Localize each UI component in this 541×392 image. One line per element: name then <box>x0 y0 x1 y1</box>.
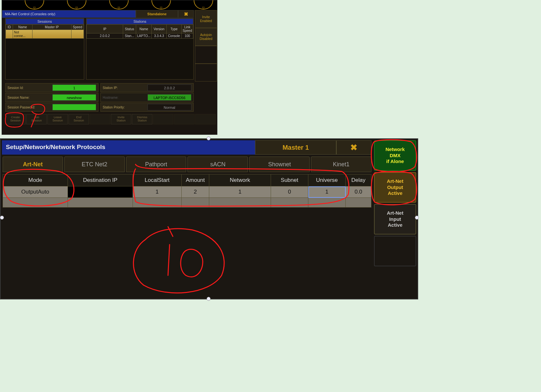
artnet-input-active-button[interactable]: Art-Net Input Active <box>374 204 416 234</box>
encoder-bar <box>2 0 217 10</box>
station-ip-label: Station IP: <box>103 86 148 90</box>
col-link-speed[interactable]: Link Speed <box>182 25 193 33</box>
sessions-table[interactable]: ID Name Master IP Speed Not conne... <box>6 24 84 79</box>
cell-localstart[interactable]: 1 <box>133 186 182 198</box>
stations-table[interactable]: IP Status Name Version Type Link Speed 2… <box>86 24 193 79</box>
encoder-knob[interactable] <box>109 0 129 9</box>
priority-label: Station Priority: <box>103 106 148 109</box>
col-amount[interactable]: Amount <box>182 174 209 186</box>
station-row[interactable]: 2.0.0.2 Stan... LAPTO... 3.3.4.3 Console… <box>87 33 193 39</box>
session-button-bar: Create Session Join Session Leave Sessio… <box>5 114 216 124</box>
encoder-knob[interactable] <box>151 0 171 9</box>
side-button-column: Invite Enabled Autojoin Disabled <box>195 10 217 82</box>
blank-button <box>153 114 174 124</box>
autojoin-disabled-button[interactable]: Autojoin Disabled <box>195 28 217 46</box>
session-id-row: Session Id: 1 <box>5 83 98 92</box>
col-version[interactable]: Version <box>152 25 167 33</box>
dismiss-station-button[interactable]: Dismiss Station <box>132 114 152 124</box>
session-pwd-row: Session Password: <box>5 103 98 112</box>
cell-amount[interactable]: 2 <box>182 186 209 198</box>
empty-row[interactable] <box>3 198 371 208</box>
blank-button <box>195 114 216 124</box>
cell-universe[interactable]: 1 <box>308 186 346 198</box>
session-row[interactable]: Not conne... <box>6 30 84 39</box>
priority-row: Station Priority: Normal <box>100 103 194 112</box>
col-dest-ip[interactable]: Destination IP <box>68 174 133 186</box>
leave-session-button[interactable]: Leave Session <box>47 114 68 124</box>
tab-sacn[interactable]: sACN <box>187 157 248 172</box>
close-icon[interactable]: ✖ <box>336 140 371 155</box>
col-name[interactable]: Name <box>13 25 32 30</box>
join-session-button[interactable]: Join Session <box>26 114 47 124</box>
sessions-header: Sessions <box>6 19 84 24</box>
tab-shownet[interactable]: Shownet <box>249 157 310 172</box>
close-icon[interactable]: ✖ <box>178 10 194 18</box>
tab-kinet1[interactable]: Kinet1 <box>311 157 371 172</box>
background-right <box>216 0 541 135</box>
blank-button <box>90 114 110 124</box>
encoder-knob[interactable] <box>67 0 86 9</box>
encoder-knob[interactable] <box>194 0 213 9</box>
session-id-label: Session Id: <box>7 86 52 90</box>
resize-handle-icon[interactable] <box>207 297 211 301</box>
col-ip[interactable]: IP <box>87 25 123 33</box>
artnet-grid[interactable]: Mode Destination IP LocalStart Amount Ne… <box>3 174 371 208</box>
network-protocols-window: Setup/Network/Network Protocols Master 1… <box>0 138 418 299</box>
artnet-row[interactable]: OutputAuto 1 2 1 0 1 0.0 <box>3 186 371 198</box>
priority-field[interactable]: Normal <box>148 104 191 110</box>
resize-handle-icon[interactable] <box>207 136 211 140</box>
cell-network[interactable]: 1 <box>209 186 271 198</box>
resize-handle-icon[interactable] <box>415 216 419 220</box>
col-speed[interactable]: Speed <box>71 25 84 30</box>
resize-handle-icon[interactable] <box>0 216 4 220</box>
master-indicator[interactable]: Master 1 <box>255 140 336 155</box>
stations-header: Stations <box>86 19 193 24</box>
artnet-output-active-button[interactable]: Art-Net Output Active <box>374 172 416 203</box>
station-ip-row: Station IP: 2.0.0.2 <box>100 83 194 92</box>
standalone-button[interactable]: Standalone <box>136 10 178 18</box>
col-mode[interactable]: Mode <box>3 174 68 186</box>
col-id[interactable]: ID <box>6 25 13 30</box>
session-pwd-label: Session Password: <box>7 106 52 109</box>
background-gap <box>0 135 541 138</box>
blank-button <box>195 64 217 82</box>
invite-enabled-button[interactable]: Invite Enabled <box>195 10 217 28</box>
session-name-field[interactable]: newshow <box>52 94 96 101</box>
station-ip-field[interactable]: 2.0.0.2 <box>148 84 191 91</box>
tab-artnet[interactable]: Art-Net <box>3 157 63 172</box>
col-type[interactable]: Type <box>167 25 182 33</box>
tab-etcnet2[interactable]: ETC Net2 <box>64 157 125 172</box>
session-pwd-field[interactable] <box>52 104 96 110</box>
create-session-button[interactable]: Create Session <box>5 114 26 124</box>
encoder-knob[interactable] <box>25 0 44 9</box>
hostname-row: Hostname: LAPTOP-I5CC6D56 <box>100 93 194 102</box>
col-subnet[interactable]: Subnet <box>271 174 308 186</box>
background-bottom <box>0 299 541 392</box>
session-name-label: Session Name: <box>7 96 52 99</box>
blank-button <box>195 46 217 64</box>
sessions-panel: Sessions ID Name Master IP Speed Not con… <box>5 18 84 80</box>
tab-pathport[interactable]: Pathport <box>126 157 187 172</box>
col-master-ip[interactable]: Master IP <box>32 25 71 30</box>
col-status[interactable]: Status <box>123 25 136 33</box>
stations-panel: Stations IP Status Name Version Type Lin… <box>86 18 194 80</box>
session-name-row: Session Name: newshow <box>5 93 98 102</box>
hostname-field[interactable]: LAPTOP-I5CC6D56 <box>148 94 191 101</box>
protocol-tabs: Art-Net ETC Net2 Pathport sACN Shownet K… <box>3 157 371 172</box>
cell-mode[interactable]: OutputAuto <box>3 186 68 198</box>
cell-subnet[interactable]: 0 <box>271 186 308 198</box>
col-name[interactable]: Name <box>136 25 152 33</box>
col-network[interactable]: Network <box>209 174 271 186</box>
col-delay[interactable]: Delay <box>346 174 371 186</box>
cell-dest-ip[interactable] <box>68 186 133 198</box>
col-universe[interactable]: Universe <box>308 174 346 186</box>
col-localstart[interactable]: LocalStart <box>133 174 182 186</box>
hostname-label: Hostname: <box>103 96 148 99</box>
session-id-field[interactable]: 1 <box>52 84 96 91</box>
window-title: MA-Net Control (Consoles only) <box>2 10 136 18</box>
end-session-button[interactable]: End Session <box>69 114 89 124</box>
right-button-column: Network DMX if Alone Art-Net Output Acti… <box>374 140 416 266</box>
network-dmx-alone-button[interactable]: Network DMX if Alone <box>374 140 416 171</box>
invite-station-button[interactable]: Invite Station <box>111 114 131 124</box>
cell-delay[interactable]: 0.0 <box>346 186 371 198</box>
